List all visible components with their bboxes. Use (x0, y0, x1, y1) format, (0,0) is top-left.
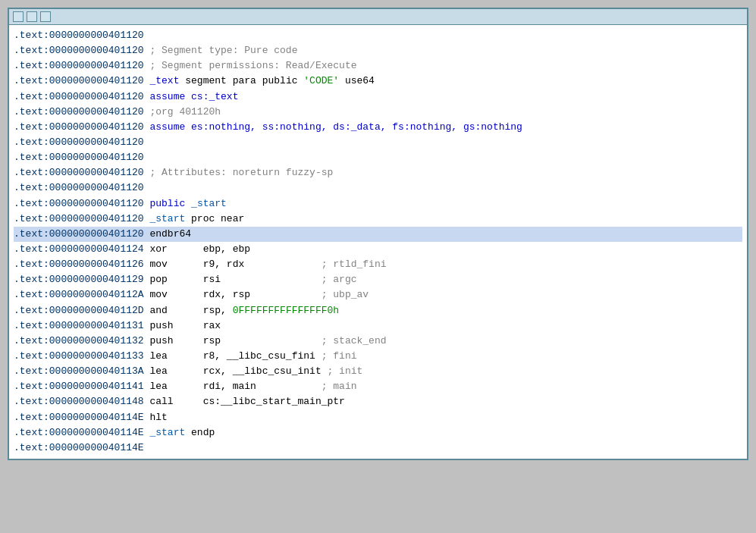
addr-15: .text:0000000000401126 (14, 257, 144, 272)
addr-1: .text:0000000000401120 (14, 43, 144, 58)
addr-4: .text:0000000000401120 (14, 89, 144, 105)
addr-10: .text:0000000000401120 (14, 180, 144, 196)
code-line-5: .text:0000000000401120 ;org 401120h (14, 105, 742, 120)
title-bar-btn-3[interactable] (40, 11, 51, 22)
code-line-10: .text:0000000000401120 (14, 180, 742, 196)
code-rest-2: ; Segment permissions: Read/Execute (144, 58, 357, 74)
code-line-26: .text:000000000040114E _start endp (14, 425, 742, 441)
addr-21: .text:0000000000401133 (14, 349, 144, 364)
code-rest-12: _start proc near (144, 212, 245, 227)
code-line-25: .text:000000000040114E hlt (14, 410, 742, 425)
addr-23: .text:0000000000401141 (14, 379, 144, 394)
addr-12: .text:0000000000401120 (14, 212, 144, 227)
addr-19: .text:0000000000401131 (14, 318, 144, 334)
code-line-14: .text:0000000000401124 xor ebp, ebp (14, 242, 742, 257)
code-rest-17: mov rdx, rsp ; ubp_av (144, 287, 369, 303)
code-line-16: .text:0000000000401129 pop rsi ; argc (14, 272, 742, 287)
addr-11: .text:0000000000401120 (14, 196, 144, 212)
code-line-11: .text:0000000000401120 public _start (14, 196, 742, 212)
code-line-12: .text:0000000000401120 _start proc near (14, 212, 742, 227)
code-rest-16: pop rsi ; argc (144, 272, 357, 287)
code-line-1: .text:0000000000401120 ; Segment type: P… (14, 43, 742, 58)
title-bar (9, 9, 747, 25)
code-rest-23: lea rdi, main ; main (144, 379, 357, 394)
addr-24: .text:0000000000401148 (14, 394, 144, 409)
code-line-3: .text:0000000000401120 _text segment par… (14, 74, 742, 89)
addr-5: .text:0000000000401120 (14, 105, 144, 120)
code-rest-1: ; Segment type: Pure code (144, 43, 298, 58)
code-line-6: .text:0000000000401120 assume es:nothing… (14, 120, 742, 135)
code-line-4: .text:0000000000401120 assume cs:_text (14, 89, 742, 105)
addr-26: .text:000000000040114E (14, 425, 144, 441)
addr-18: .text:000000000040112D (14, 303, 144, 318)
code-line-18: .text:000000000040112D and rsp, 0FFFFFFF… (14, 303, 742, 318)
code-line-24: .text:0000000000401148 call cs:__libc_st… (14, 394, 742, 409)
code-rest-21: lea r8, __libc_csu_fini ; fini (144, 349, 357, 364)
addr-3: .text:0000000000401120 (14, 74, 144, 89)
addr-14: .text:0000000000401124 (14, 242, 144, 257)
code-rest-15: mov r9, rdx ; rtld_fini (144, 257, 387, 272)
main-window: .text:0000000000401120.text:000000000040… (8, 8, 748, 460)
code-line-13: .text:0000000000401120 endbr64 (14, 227, 742, 242)
code-rest-11: public _start (144, 196, 227, 212)
code-rest-25: hlt (144, 410, 168, 425)
code-line-17: .text:000000000040112A mov rdx, rsp ; ub… (14, 287, 742, 303)
code-line-23: .text:0000000000401141 lea rdi, main ; m… (14, 379, 742, 394)
code-rest-20: push rsp ; stack_end (144, 334, 387, 349)
code-line-0: .text:0000000000401120 (14, 28, 742, 43)
addr-16: .text:0000000000401129 (14, 272, 144, 287)
code-rest-26: _start endp (144, 425, 215, 441)
addr-8: .text:0000000000401120 (14, 150, 144, 165)
addr-17: .text:000000000040112A (14, 287, 144, 303)
code-line-21: .text:0000000000401133 lea r8, __libc_cs… (14, 349, 742, 364)
addr-6: .text:0000000000401120 (14, 120, 144, 135)
code-rest-6: assume es:nothing, ss:nothing, ds:_data,… (144, 120, 522, 135)
code-rest-13: endbr64 (144, 227, 191, 242)
code-rest-14: xor ebp, ebp (144, 242, 250, 257)
addr-2: .text:0000000000401120 (14, 58, 144, 74)
code-line-7: .text:0000000000401120 (14, 135, 742, 150)
addr-7: .text:0000000000401120 (14, 135, 144, 150)
code-line-27: .text:000000000040114E (14, 441, 742, 456)
title-bar-btn-1[interactable] (13, 11, 24, 22)
code-line-8: .text:0000000000401120 (14, 150, 742, 165)
addr-20: .text:0000000000401132 (14, 334, 144, 349)
code-area: .text:0000000000401120.text:000000000040… (9, 25, 747, 459)
code-rest-4: assume cs:_text (144, 89, 239, 105)
code-rest-5: ;org 401120h (144, 105, 221, 120)
code-rest-24: call cs:__libc_start_main_ptr (144, 394, 345, 409)
title-bar-btn-2[interactable] (27, 11, 37, 22)
code-rest-19: push rax (144, 318, 221, 334)
code-line-20: .text:0000000000401132 push rsp ; stack_… (14, 334, 742, 349)
addr-25: .text:000000000040114E (14, 410, 144, 425)
addr-0: .text:0000000000401120 (14, 28, 144, 43)
code-rest-9: ; Attributes: noreturn fuzzy-sp (144, 165, 334, 180)
code-line-15: .text:0000000000401126 mov r9, rdx ; rtl… (14, 257, 742, 272)
addr-27: .text:000000000040114E (14, 441, 144, 456)
addr-13: .text:0000000000401120 (14, 227, 144, 242)
code-line-19: .text:0000000000401131 push rax (14, 318, 742, 334)
addr-22: .text:000000000040113A (14, 364, 144, 379)
code-line-22: .text:000000000040113A lea rcx, __libc_c… (14, 364, 742, 379)
code-rest-22: lea rcx, __libc_csu_init ; init (144, 364, 363, 379)
addr-9: .text:0000000000401120 (14, 165, 144, 180)
code-rest-3: _text segment para public 'CODE' use64 (144, 74, 375, 89)
code-line-2: .text:0000000000401120 ; Segment permiss… (14, 58, 742, 74)
code-line-9: .text:0000000000401120 ; Attributes: nor… (14, 165, 742, 180)
code-rest-18: and rsp, 0FFFFFFFFFFFFFFF0h (144, 303, 339, 318)
